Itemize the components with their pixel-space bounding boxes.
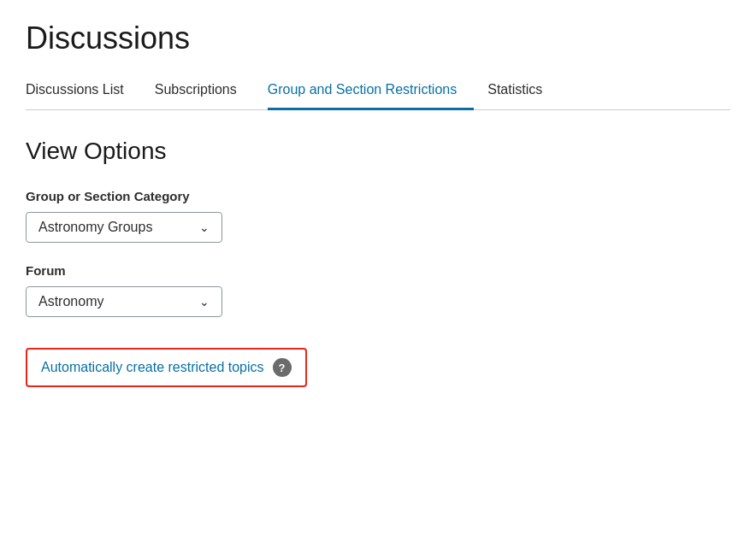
page-container: Discussions Discussions List Subscriptio… (0, 0, 756, 413)
view-options-title: View Options (26, 138, 730, 165)
forum-field: Forum Astronomy ⌄ (26, 263, 730, 317)
forum-label: Forum (26, 263, 730, 278)
tab-statistics[interactable]: Statistics (487, 73, 559, 110)
help-icon[interactable]: ? (273, 358, 292, 377)
tabs-nav: Discussions List Subscriptions Group and… (26, 73, 730, 110)
page-title: Discussions (26, 21, 730, 56)
chevron-down-icon-forum: ⌄ (199, 295, 210, 309)
auto-create-restricted-topics-link[interactable]: Automatically create restricted topics (41, 360, 264, 375)
action-link-container[interactable]: Automatically create restricted topics ? (26, 348, 307, 387)
chevron-down-icon: ⌄ (199, 220, 210, 234)
forum-select[interactable]: Astronomy ⌄ (26, 286, 222, 317)
tab-group-section-restrictions[interactable]: Group and Section Restrictions (268, 73, 474, 110)
group-section-category-value: Astronomy Groups (38, 220, 152, 235)
group-section-category-field: Group or Section Category Astronomy Grou… (26, 189, 730, 243)
tab-subscriptions[interactable]: Subscriptions (155, 73, 254, 110)
group-section-category-select[interactable]: Astronomy Groups ⌄ (26, 212, 222, 243)
group-section-category-label: Group or Section Category (26, 189, 730, 203)
forum-value: Astronomy (38, 294, 103, 309)
tab-discussions-list[interactable]: Discussions List (26, 73, 141, 110)
